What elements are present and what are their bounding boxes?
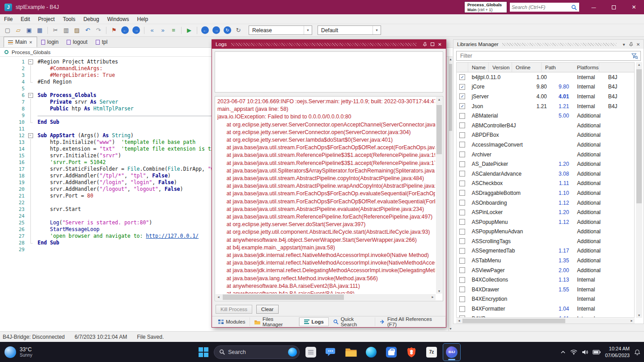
current-sub-name[interactable]: Process_Globals (12, 50, 51, 55)
logs-window-titlebar[interactable]: Logs (212, 40, 446, 49)
weather-widget[interactable]: 33°C Sunny (4, 342, 32, 362)
library-row[interactable]: ASViewPager 2.00 Additional (457, 265, 634, 275)
library-checkbox[interactable] (459, 229, 465, 235)
taskbar-sevenzip[interactable] (423, 343, 441, 361)
fold-toggle[interactable] (27, 112, 34, 119)
maximize-icon[interactable] (428, 41, 436, 48)
fold-toggle[interactable] (27, 92, 34, 99)
menu-item[interactable]: Edit (17, 14, 34, 24)
library-row[interactable]: B4XEncryption Internal (457, 295, 634, 304)
module-tab[interactable]: Main (4, 37, 37, 47)
menu-item[interactable]: Tools (59, 14, 79, 24)
close-button[interactable] (624, 0, 644, 14)
library-checkbox[interactable] (459, 210, 465, 215)
library-checkbox[interactable] (459, 122, 465, 128)
library-row[interactable]: Archiver Additional (457, 150, 634, 160)
library-checkbox[interactable] (459, 238, 465, 244)
fold-toggle[interactable] (27, 119, 34, 126)
library-row[interactable]: ABMaterial 5.00 Additional (457, 111, 634, 121)
tray-chevron-up-icon[interactable] (560, 350, 566, 354)
code-line[interactable]: Public htp As HtmlTplParser (38, 105, 134, 112)
fold-toggle[interactable] (27, 79, 34, 85)
code-line[interactable]: #Region Project Attributes (38, 59, 118, 65)
redo-icon[interactable]: ↷ (93, 25, 103, 35)
library-checkbox[interactable] (459, 171, 465, 177)
battery-icon[interactable] (593, 350, 601, 354)
search-icon[interactable] (571, 4, 577, 10)
library-checkbox[interactable] (459, 103, 465, 109)
module-tab[interactable]: logout (63, 37, 92, 47)
code-line[interactable]: End Sub (38, 240, 59, 246)
library-row[interactable]: ASCalendarAdvance 3.08 Additional (457, 169, 634, 179)
libraries-horizontal-scrollbar[interactable] (456, 318, 635, 324)
fold-toggle[interactable] (27, 179, 34, 186)
code-line[interactable]: #MergeLibraries: True (38, 72, 115, 79)
menu-item[interactable]: Debug (79, 14, 103, 24)
column-header[interactable]: Name (468, 63, 489, 72)
fold-toggle[interactable] (27, 146, 34, 152)
indent-icon[interactable]: » (158, 25, 168, 35)
library-row[interactable]: jCore 9.80 9.80 Internal B4J (457, 82, 634, 92)
volume-icon[interactable] (582, 349, 588, 355)
code-line[interactable]: StartMessageLoop (38, 226, 99, 233)
copy-icon[interactable]: ▥ (61, 25, 71, 35)
scrollbar-thumb[interactable] (636, 69, 642, 203)
cut-icon[interactable]: ✂ (51, 25, 60, 35)
library-checkbox[interactable] (459, 84, 465, 90)
menu-item[interactable]: Help (133, 14, 152, 24)
library-row[interactable]: Json 1.21 1.21 Internal B4J (457, 101, 634, 111)
fold-toggle[interactable] (27, 132, 34, 139)
taskbar-store[interactable] (382, 343, 400, 361)
taskbar-brave[interactable] (402, 343, 420, 361)
scroll-left-icon[interactable] (217, 295, 220, 299)
library-row[interactable]: B4XDrawer 1.55 Internal (457, 285, 634, 295)
library-row[interactable]: ABPDFBox Additional (457, 130, 634, 140)
fold-toggle[interactable] (27, 193, 34, 199)
column-header[interactable]: Path (542, 63, 573, 72)
library-checkbox[interactable] (459, 267, 465, 273)
save-all-icon[interactable]: ▦ (35, 25, 45, 35)
code-line[interactable]: Private srvr As Server (38, 99, 118, 105)
code-line[interactable]: Sub Process_Globals (38, 92, 97, 99)
fold-toggle[interactable] (27, 126, 34, 132)
taskbar-chat[interactable] (322, 343, 340, 361)
fold-toggle[interactable] (27, 105, 34, 112)
fold-toggle[interactable] (27, 240, 34, 246)
fold-toggle[interactable] (27, 99, 34, 105)
scroll-up-icon[interactable] (436, 98, 442, 101)
library-row[interactable]: ASTabMenu 1.35 Additional (457, 256, 634, 265)
scrollbar-thumb[interactable] (223, 295, 344, 300)
clear-logs-button[interactable]: Clear (256, 305, 278, 314)
library-checkbox[interactable] (459, 277, 465, 283)
paste-icon[interactable]: ▨ (72, 25, 82, 35)
taskbar-b4j-active[interactable] (443, 343, 461, 361)
close-icon[interactable] (635, 41, 642, 48)
code-line[interactable]: srvr.AddHandler("/login", "login", False… (38, 179, 177, 186)
library-checkbox[interactable] (459, 316, 465, 318)
tool-tab[interactable]: Files Manager (250, 317, 299, 326)
library-row[interactable]: ASOnboarding 1.12 Additional (457, 198, 634, 208)
scroll-down-icon[interactable] (449, 327, 453, 330)
taskbar-search[interactable]: Search (214, 345, 300, 359)
fold-toggle[interactable] (27, 59, 34, 65)
log-horizontal-scrollbar[interactable] (216, 294, 436, 300)
library-row[interactable]: ASScrollingTags Additional (457, 236, 634, 246)
code-line[interactable]: End Sub (38, 119, 59, 126)
run-icon[interactable]: ▶ (184, 25, 194, 35)
fold-toggle[interactable] (27, 199, 34, 206)
column-header[interactable]: Platforms (573, 63, 599, 72)
library-checkbox[interactable] (459, 219, 465, 225)
fold-toggle[interactable] (27, 226, 34, 233)
scroll-right-icon[interactable] (630, 319, 633, 322)
library-checkbox[interactable] (459, 248, 465, 254)
library-row[interactable]: ASPopupMenu 1.12 Additional (457, 217, 634, 227)
library-checkbox[interactable] (459, 74, 465, 80)
tray-clock[interactable]: 10:24 AM 07/06/2023 (605, 345, 630, 358)
library-row[interactable]: ASDraggableBottom 1.10 Additional (457, 188, 634, 198)
libraries-manager-titlebar[interactable]: Libraries Manager (453, 40, 644, 49)
library-checkbox[interactable] (459, 142, 465, 147)
fold-toggle[interactable] (27, 233, 34, 240)
chevron-down-icon[interactable] (620, 41, 627, 48)
taskbar-file-explorer[interactable] (342, 343, 360, 361)
fold-toggle[interactable] (27, 166, 34, 173)
